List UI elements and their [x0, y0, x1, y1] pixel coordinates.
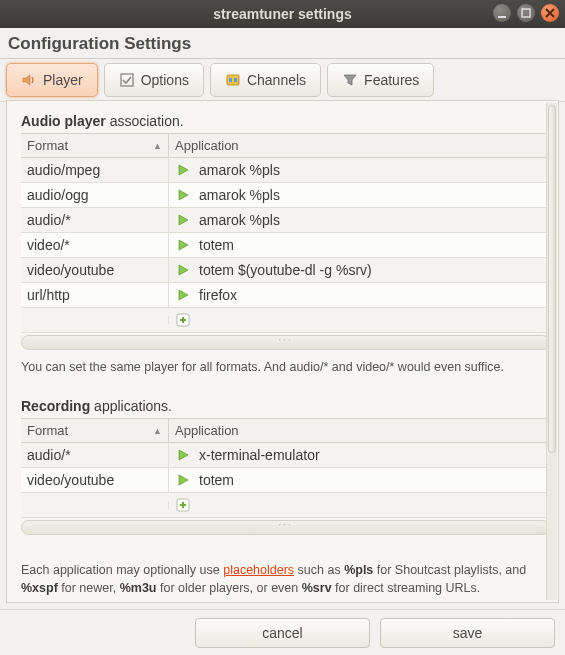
svg-rect-5: [234, 78, 237, 82]
play-icon: [175, 212, 191, 228]
recording-row[interactable]: video/youtube totem: [21, 468, 550, 493]
page-heading: Configuration Settings: [0, 28, 565, 59]
window-maximize-button[interactable]: [517, 4, 535, 22]
application-text: amarok %pls: [199, 212, 280, 228]
play-icon: [175, 187, 191, 203]
window-titlebar: streamtuner settings: [0, 0, 565, 28]
application-text: totem: [199, 472, 234, 488]
format-cell[interactable]: video/youtube: [21, 258, 169, 282]
scrollbar-thumb[interactable]: [548, 105, 556, 453]
sort-indicator-icon: ▲: [153, 426, 162, 436]
tab-channels[interactable]: Channels: [210, 63, 321, 97]
speaker-icon: [21, 72, 37, 88]
checkbox-icon: [119, 72, 135, 88]
tab-player-label: Player: [43, 72, 83, 88]
application-text: totem $(youtube-dl -g %srv): [199, 262, 372, 278]
content-vertical-scrollbar[interactable]: [546, 103, 557, 600]
format-cell[interactable]: url/http: [21, 283, 169, 307]
recording-header-application[interactable]: Application: [169, 419, 550, 442]
play-icon: [175, 262, 191, 278]
recording-horizontal-scrollbar[interactable]: [21, 520, 550, 535]
tab-features[interactable]: Features: [327, 63, 434, 97]
dialog-button-bar: cancel save: [0, 609, 565, 655]
placeholders-link[interactable]: placeholders: [223, 563, 294, 577]
recording-add-row[interactable]: [21, 493, 550, 518]
funnel-icon: [342, 72, 358, 88]
format-cell[interactable]: audio/*: [21, 443, 169, 467]
audio-row[interactable]: audio/*amarok %pls: [21, 208, 550, 233]
recording-hint: Each application may optionally use plac…: [21, 561, 550, 597]
svg-rect-0: [498, 16, 506, 18]
add-icon: [175, 312, 191, 328]
add-icon: [175, 497, 191, 513]
play-icon: [175, 237, 191, 253]
format-cell[interactable]: audio/mpeg: [21, 158, 169, 182]
recording-table: Format ▲ Application audio/*x-terminal-e…: [21, 418, 550, 518]
application-cell[interactable]: totem $(youtube-dl -g %srv): [169, 258, 550, 282]
svg-rect-3: [227, 75, 239, 85]
audio-row[interactable]: video/youtubetotem $(youtube-dl -g %srv): [21, 258, 550, 283]
application-cell[interactable]: totem: [169, 233, 550, 257]
application-cell[interactable]: x-terminal-emulator: [169, 443, 550, 467]
application-text: firefox: [199, 287, 237, 303]
audio-row[interactable]: audio/mpegamarok %pls: [21, 158, 550, 183]
audio-header-format[interactable]: Format ▲: [21, 134, 169, 157]
application-cell[interactable]: firefox: [169, 283, 550, 307]
window-minimize-button[interactable]: [493, 4, 511, 22]
audio-row[interactable]: audio/oggamarok %pls: [21, 183, 550, 208]
tab-options-label: Options: [141, 72, 189, 88]
window-close-button[interactable]: [541, 4, 559, 22]
application-cell[interactable]: amarok %pls: [169, 183, 550, 207]
audio-horizontal-scrollbar[interactable]: [21, 335, 550, 350]
tab-player[interactable]: Player: [6, 63, 98, 97]
window-title: streamtuner settings: [213, 6, 351, 22]
audio-add-row[interactable]: [21, 308, 550, 333]
tab-toolbar: Player Options Channels Features: [0, 59, 565, 102]
svg-rect-2: [121, 74, 133, 86]
window-controls: [493, 4, 559, 22]
application-text: amarok %pls: [199, 187, 280, 203]
channels-icon: [225, 72, 241, 88]
sort-indicator-icon: ▲: [153, 141, 162, 151]
application-text: amarok %pls: [199, 162, 280, 178]
play-icon: [175, 447, 191, 463]
format-cell[interactable]: video/*: [21, 233, 169, 257]
recording-header-format[interactable]: Format ▲: [21, 419, 169, 442]
application-cell[interactable]: amarok %pls: [169, 158, 550, 182]
format-cell[interactable]: audio/ogg: [21, 183, 169, 207]
play-icon: [175, 472, 191, 488]
audio-table-header: Format ▲ Application: [21, 133, 550, 158]
application-cell[interactable]: totem: [169, 468, 550, 492]
audio-row[interactable]: video/*totem: [21, 233, 550, 258]
save-button[interactable]: save: [380, 618, 555, 648]
audio-section-title: Audio player association.: [21, 113, 550, 129]
tab-features-label: Features: [364, 72, 419, 88]
audio-header-application[interactable]: Application: [169, 134, 550, 157]
format-cell[interactable]: video/youtube: [21, 468, 169, 492]
content-area: Audio player association. Format ▲ Appli…: [6, 100, 559, 603]
audio-player-table: Format ▲ Application audio/mpegamarok %p…: [21, 133, 550, 333]
play-icon: [175, 162, 191, 178]
cancel-button[interactable]: cancel: [195, 618, 370, 648]
svg-rect-1: [522, 9, 530, 17]
audio-row[interactable]: url/httpfirefox: [21, 283, 550, 308]
tab-options[interactable]: Options: [104, 63, 204, 97]
svg-rect-4: [229, 78, 232, 82]
recording-table-header: Format ▲ Application: [21, 418, 550, 443]
recording-row[interactable]: audio/*x-terminal-emulator: [21, 443, 550, 468]
application-text: x-terminal-emulator: [199, 447, 320, 463]
audio-hint: You can set the same player for all form…: [21, 358, 550, 376]
tab-channels-label: Channels: [247, 72, 306, 88]
application-cell[interactable]: amarok %pls: [169, 208, 550, 232]
format-cell[interactable]: audio/*: [21, 208, 169, 232]
recording-section-title: Recording applications.: [21, 398, 550, 414]
application-text: totem: [199, 237, 234, 253]
play-icon: [175, 287, 191, 303]
